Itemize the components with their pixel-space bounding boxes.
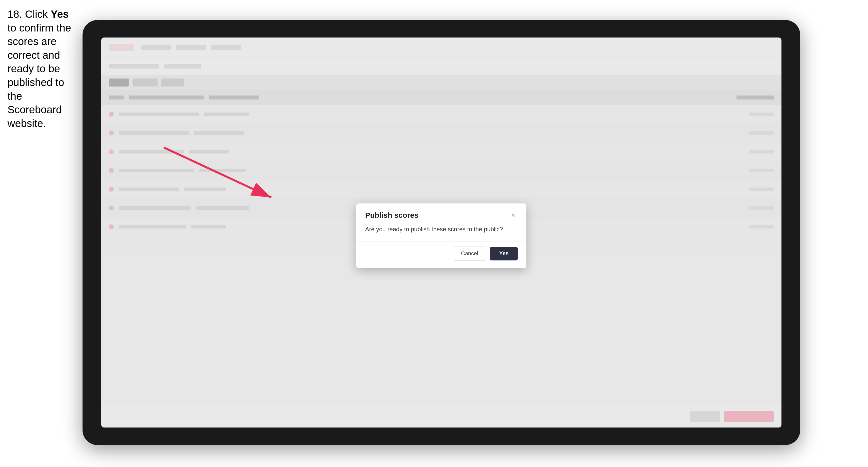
tablet-screen: Publish scores × Are you ready to publis… — [101, 37, 781, 428]
instruction-after-bold: to confirm the scores are correct and re… — [7, 22, 71, 129]
modal-body: Are you ready to publish these scores to… — [356, 225, 526, 241]
modal-close-button[interactable]: × — [509, 211, 518, 220]
tablet-device: Publish scores × Are you ready to publis… — [83, 20, 800, 445]
modal-header: Publish scores × — [356, 203, 526, 225]
step-number: 18. — [7, 8, 22, 20]
yes-button[interactable]: Yes — [490, 247, 518, 260]
publish-scores-modal: Publish scores × Are you ready to publis… — [356, 203, 526, 268]
instruction-before-bold: Click — [25, 8, 51, 20]
instruction-text: 18. Click Yes to confirm the scores are … — [7, 7, 78, 130]
modal-title: Publish scores — [365, 211, 418, 219]
instruction-bold-word: Yes — [51, 8, 69, 20]
modal-footer: Cancel Yes — [356, 241, 526, 268]
cancel-button[interactable]: Cancel — [453, 247, 486, 260]
